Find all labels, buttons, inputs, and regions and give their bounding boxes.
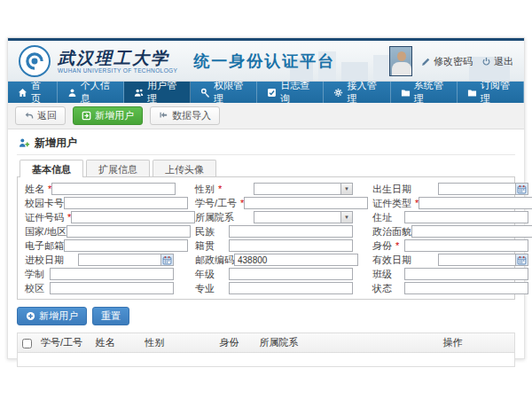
- user-table: 学号/工号姓名性别身份所属院系操作: [17, 332, 515, 367]
- nav-item-1[interactable]: 个人信息: [58, 82, 124, 103]
- form-field-name: 姓名 *: [25, 183, 174, 195]
- field-label-ethnicity: 民族: [195, 225, 229, 239]
- field-input-campus-card-no[interactable]: [64, 197, 188, 209]
- field-input-political-status[interactable]: [411, 225, 532, 238]
- home-icon: [18, 88, 27, 98]
- nav-item-7[interactable]: 订阅管理: [458, 82, 524, 103]
- field-input-email[interactable]: [64, 239, 188, 252]
- form-field-status: 状态: [372, 282, 528, 294]
- required-asterisk: *: [393, 240, 399, 251]
- toolbar: 返回 新增用户 数据导入: [8, 103, 524, 129]
- field-input-ethnicity[interactable]: [229, 225, 353, 238]
- back-button[interactable]: 返回: [15, 106, 66, 125]
- nav-item-2[interactable]: 用户管理: [124, 82, 191, 103]
- submit-add-user-button[interactable]: 新增用户: [17, 307, 87, 325]
- select-all-checkbox[interactable]: [22, 339, 32, 348]
- dropdown-arrow-icon: ▼: [340, 184, 352, 194]
- calendar-icon: [517, 184, 527, 194]
- users-icon: [134, 88, 144, 98]
- add-user-icon: [19, 137, 30, 149]
- field-input-class[interactable]: [404, 268, 528, 280]
- field-input-name[interactable]: [51, 183, 176, 195]
- logout-link[interactable]: 退出: [481, 55, 513, 68]
- change-password-link[interactable]: 修改密码: [421, 55, 473, 68]
- field-input-status[interactable]: [404, 282, 528, 294]
- reset-button[interactable]: 重置: [92, 307, 129, 325]
- nav-item-5[interactable]: 接入管理: [324, 82, 390, 103]
- field-label-campus-card-no: 校园卡号: [25, 197, 64, 210]
- field-label-country-region: 国家/地区: [25, 225, 66, 239]
- user-icon: [67, 88, 77, 98]
- form-column-1: 姓名 *校园卡号证件号码 *国家/地区电子邮箱进校日期学制校区: [25, 183, 174, 294]
- university-name-en: WUHAN UNIVERSITY OF TECHNOLOGY: [58, 67, 177, 74]
- tab-2[interactable]: 上传头像: [153, 160, 216, 176]
- calendar-icon: [162, 255, 172, 265]
- field-input-study-length[interactable]: [50, 268, 174, 280]
- form-field-study-length: 学制: [25, 268, 174, 280]
- form-field-address: 住址: [372, 211, 528, 223]
- form-field-enroll-date: 进校日期: [25, 254, 174, 266]
- field-input-id-number[interactable]: [71, 211, 195, 223]
- column-header-0: 学号/工号: [36, 333, 91, 353]
- column-header-1: 姓名: [91, 333, 141, 353]
- tab-0[interactable]: 基本信息: [20, 160, 83, 177]
- nav-item-6[interactable]: 系统管理: [391, 82, 458, 103]
- field-date-enroll-date[interactable]: [78, 254, 174, 266]
- calendar-button[interactable]: [515, 254, 528, 265]
- field-input-native-place[interactable]: [229, 239, 353, 252]
- field-select-gender[interactable]: ▼: [254, 183, 353, 195]
- form-field-grade: 年级: [195, 268, 353, 280]
- header: 武汉理工大学 WUHAN UNIVERSITY OF TECHNOLOGY 统一…: [8, 41, 524, 82]
- field-date-birth-date[interactable]: [438, 183, 528, 195]
- field-label-id-type: 证件类型 *: [372, 197, 419, 210]
- column-header-2: 性别: [141, 333, 215, 353]
- nav-item-3[interactable]: 权限管理: [191, 82, 257, 103]
- form-field-class: 班级: [372, 268, 528, 280]
- field-input-identity[interactable]: [404, 239, 528, 252]
- table-header-row: 学号/工号姓名性别身份所属院系操作: [18, 333, 514, 353]
- field-input-grade[interactable]: [229, 268, 353, 280]
- form-field-email: 电子邮箱: [25, 239, 174, 252]
- back-arrow-icon: [24, 111, 34, 121]
- required-asterisk: *: [45, 184, 51, 194]
- nav-item-0[interactable]: 首页: [8, 82, 58, 103]
- field-input-country-region[interactable]: [66, 225, 191, 238]
- tab-1[interactable]: 扩展信息: [86, 160, 150, 176]
- field-input-major[interactable]: [229, 282, 353, 294]
- field-label-birth-date: 出生日期: [372, 183, 438, 196]
- field-label-grade: 年级: [195, 268, 229, 281]
- field-input-campus[interactable]: [50, 282, 174, 294]
- form-field-native-place: 籍贯: [195, 239, 353, 252]
- section-header: 新增用户: [17, 134, 515, 155]
- nav-item-4[interactable]: 日志查询: [257, 82, 324, 103]
- form-field-birth-date: 出生日期: [372, 183, 528, 195]
- field-label-status: 状态: [372, 282, 404, 295]
- form-field-student-id: 学号/工号 *: [195, 197, 353, 209]
- field-input-student-id[interactable]: [244, 197, 368, 209]
- field-input-address[interactable]: [404, 211, 528, 223]
- field-date-valid-date[interactable]: [438, 254, 528, 266]
- field-label-department: 所属院系: [195, 211, 254, 224]
- gear-icon: [333, 88, 343, 98]
- user-avatar[interactable]: [389, 46, 412, 76]
- export-icon: [82, 111, 91, 121]
- nav-item-label: 首页: [31, 79, 47, 106]
- data-import-button[interactable]: 数据导入: [150, 106, 220, 125]
- tab-strip: 基本信息扩展信息上传头像: [17, 160, 515, 176]
- back-button-label: 返回: [37, 109, 57, 122]
- folder-icon: [467, 88, 477, 98]
- field-label-major: 专业: [195, 282, 229, 295]
- column-header-4: 所属院系: [254, 333, 438, 353]
- field-select-department[interactable]: ▼: [254, 211, 353, 223]
- app-window: 武汉理工大学 WUHAN UNIVERSITY OF TECHNOLOGY 统一…: [7, 37, 525, 359]
- calendar-button[interactable]: [160, 254, 173, 265]
- form-field-postal-code: 邮政编码: [195, 254, 353, 266]
- logo-swirl-icon: [23, 50, 46, 73]
- required-asterisk: *: [215, 184, 222, 194]
- add-user-toolbar-button[interactable]: 新增用户: [73, 106, 143, 125]
- field-input-postal-code[interactable]: [234, 254, 358, 266]
- field-label-political-status: 政治面貌: [372, 225, 411, 239]
- dropdown-arrow-icon: ▼: [340, 212, 352, 223]
- calendar-button[interactable]: [515, 184, 528, 194]
- field-input-id-type[interactable]: [419, 197, 532, 209]
